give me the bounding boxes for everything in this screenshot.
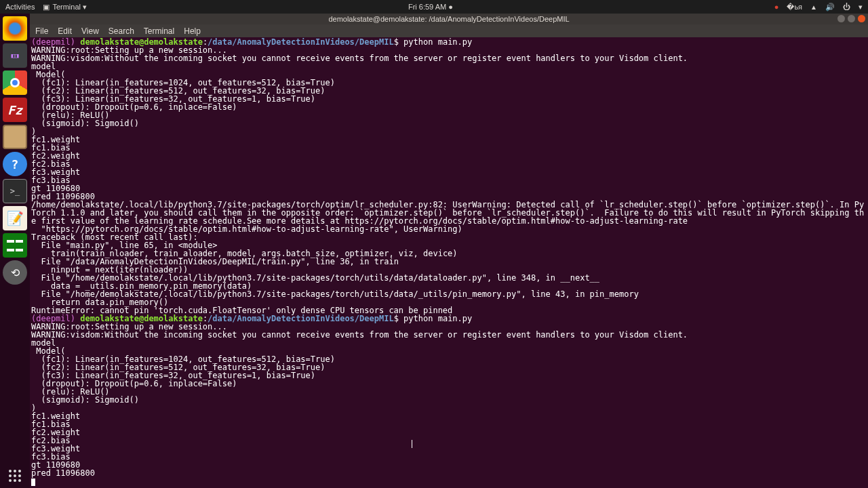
dock-firefox[interactable] <box>3 16 27 41</box>
window-titlebar[interactable]: demolakstate@demolakstate: /data/Anomaly… <box>30 14 868 24</box>
app-menu-label: Terminal ▾ <box>52 3 87 12</box>
dock-ide[interactable]: ◧◨ <box>3 43 27 68</box>
output-line: WARNING:visdom:Without the incoming sock… <box>31 330 688 340</box>
power-icon[interactable]: ⏻ <box>843 3 850 11</box>
mouse-text-cursor <box>412 440 412 448</box>
dock-apps[interactable] <box>3 464 27 488</box>
terminal-icon: ▣ <box>43 3 50 12</box>
record-indicator-icon: ● <box>774 3 779 11</box>
prompt-path: /data/AnomalyDetectionInVideos/DeepMIL <box>208 314 394 323</box>
volume-icon[interactable]: 🔊 <box>825 3 835 12</box>
menu-help[interactable]: Help <box>184 26 201 36</box>
terminal-window: demolakstate@demolakstate: /data/Anomaly… <box>30 14 868 488</box>
terminal-output[interactable]: (deepmil) demolakstate@demolakstate:/dat… <box>30 37 868 488</box>
dock: ◧◨ Fz ? >_ 📝 ⟲ <box>0 14 30 488</box>
network-icon[interactable]: �ья <box>787 3 802 12</box>
menu-file[interactable]: File <box>35 26 48 36</box>
dock-files[interactable] <box>3 125 27 149</box>
prompt-path: /data/AnomalyDetectionInVideos/DeepMIL <box>208 37 394 47</box>
menubar: File Edit View Search Terminal Help <box>30 24 868 37</box>
dock-gedit[interactable]: 📝 <box>3 206 27 230</box>
maximize-button[interactable] <box>848 15 855 22</box>
minimize-button[interactable] <box>837 15 845 22</box>
terminal-cursor <box>31 479 35 486</box>
dock-updater[interactable]: ⟲ <box>3 260 27 285</box>
dock-terminal[interactable]: >_ <box>3 179 27 203</box>
dock-calc[interactable] <box>3 233 27 258</box>
menu-terminal[interactable]: Terminal <box>144 26 174 36</box>
dock-chrome[interactable] <box>3 70 27 95</box>
command: python main.py <box>403 314 472 323</box>
gnome-topbar: Activities ▣ Terminal ▾ Fri 6:59 AM ● ● … <box>0 0 868 14</box>
output-line: pred 11096800 <box>31 468 95 478</box>
activities-button[interactable]: Activities <box>5 3 35 11</box>
clock[interactable]: Fri 6:59 AM ● <box>408 3 453 11</box>
window-title: demolakstate@demolakstate: /data/Anomaly… <box>328 15 569 23</box>
wifi-icon[interactable]: ▲ <box>810 3 817 11</box>
output-line: (sigmoid): Sigmoid() <box>31 395 139 405</box>
dock-filezilla[interactable]: Fz <box>3 98 27 122</box>
menu-view[interactable]: View <box>81 26 99 36</box>
app-menu[interactable]: ▣ Terminal ▾ <box>43 3 87 12</box>
output-line: /home/demolakstate/.local/lib/python3.7/… <box>31 200 864 226</box>
menu-edit[interactable]: Edit <box>58 26 72 36</box>
command: python main.py <box>403 37 472 47</box>
close-button[interactable] <box>858 15 865 22</box>
output-line: WARNING:visdom:Without the incoming sock… <box>31 54 688 63</box>
output-line: (sigmoid): Sigmoid() <box>31 119 139 128</box>
dock-help[interactable]: ? <box>3 152 27 176</box>
caret-down-icon[interactable]: ▾ <box>859 3 863 12</box>
menu-search[interactable]: Search <box>108 26 134 36</box>
